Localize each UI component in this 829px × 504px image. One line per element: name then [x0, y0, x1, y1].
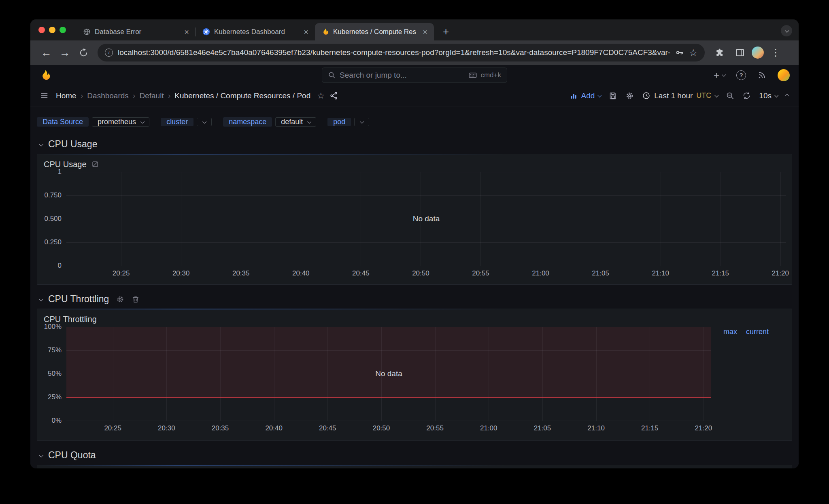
legend-item-current[interactable]: current — [746, 328, 769, 336]
plot-area[interactable]: No data — [66, 172, 786, 266]
back-button[interactable]: ← — [38, 44, 55, 61]
gridline-horizontal — [66, 266, 786, 266]
shortcut-hint: cmd+k — [468, 71, 501, 80]
x-tick-label: 21:20 — [772, 269, 789, 277]
variable-datasource: Data Source prometheus — [37, 117, 149, 127]
y-tick-label: 0.750 — [44, 191, 62, 199]
grafana-profile-avatar[interactable] — [778, 69, 790, 81]
zoom-out-icon[interactable] — [726, 91, 734, 100]
breadcrumb-separator: › — [168, 91, 171, 100]
close-window-button[interactable] — [38, 27, 45, 33]
namespace-dropdown[interactable]: default — [275, 117, 316, 127]
extensions-button[interactable] — [711, 44, 728, 61]
reload-button[interactable] — [75, 44, 92, 61]
browser-toolbar: ← → i localhost:3000/d/6581e46e4e5c7ba40… — [30, 40, 799, 65]
chevron-down-icon — [774, 93, 778, 97]
side-panel-icon — [735, 48, 745, 57]
x-tick-label: 20:50 — [412, 269, 429, 277]
tab-search-button[interactable] — [781, 25, 792, 36]
breadcrumb-home[interactable]: Home — [56, 91, 77, 100]
plot-area[interactable]: No data — [66, 327, 711, 421]
shortcut-text: cmd+k — [480, 71, 501, 79]
no-data-text: No data — [66, 172, 786, 266]
address-bar[interactable]: i localhost:3000/d/6581e46e4e5c7ba40a076… — [98, 44, 705, 61]
dashboard-header: Home › Dashboards › Default › Kubernetes… — [30, 85, 799, 106]
row-delete-trash-icon[interactable] — [132, 295, 140, 303]
tab-close-icon[interactable]: × — [182, 28, 191, 36]
menu-toggle-button[interactable] — [40, 91, 49, 100]
collapse-header-chevron-up-icon[interactable] — [785, 94, 789, 98]
cluster-dropdown[interactable] — [197, 118, 212, 126]
kubernetes-favicon-icon — [202, 28, 210, 36]
tab-close-icon[interactable]: × — [301, 28, 311, 36]
panel-header[interactable]: CPU Usage — [37, 154, 792, 172]
password-key-icon[interactable] — [675, 48, 684, 57]
row-title: CPU Usage — [48, 139, 97, 150]
panel-loading-glow — [37, 154, 505, 155]
variable-label: namespace — [223, 117, 272, 127]
tab-kubernetes-dashboard[interactable]: Kubernetes Dashboard × — [196, 23, 315, 40]
breadcrumb-default[interactable]: Default — [139, 91, 164, 100]
tab-database-error[interactable]: Database Error × — [77, 23, 196, 40]
search-box[interactable]: Search or jump to... cmd+k — [322, 68, 507, 83]
row-cpu-throttling[interactable]: CPU Throttling — [39, 294, 792, 305]
bookmark-star-icon[interactable]: ☆ — [689, 48, 697, 57]
share-icon[interactable] — [329, 91, 338, 100]
x-tick-label: 20:55 — [426, 424, 444, 432]
search-placeholder: Search or jump to... — [340, 71, 464, 80]
row-settings-gear-icon[interactable] — [116, 295, 124, 303]
tab-close-icon[interactable]: × — [420, 28, 430, 36]
refresh-icon[interactable] — [742, 91, 751, 100]
refresh-interval-dropdown[interactable]: 10s — [759, 91, 778, 100]
tab-title: Kubernetes Dashboard — [214, 28, 297, 36]
row-cpu-quota[interactable]: CPU Quota — [39, 450, 792, 461]
dashboard-settings-gear-icon[interactable] — [625, 91, 634, 100]
legend-item-max[interactable]: max — [723, 328, 737, 336]
favorite-star-icon[interactable]: ☆ — [317, 91, 325, 101]
breadcrumb-separator: › — [133, 91, 136, 100]
x-tick-label: 20:35 — [232, 269, 250, 277]
datasource-dropdown[interactable]: prometheus — [92, 117, 149, 127]
site-info-icon[interactable]: i — [105, 49, 113, 57]
row-cpu-usage[interactable]: CPU Usage — [39, 139, 792, 150]
save-dashboard-icon[interactable] — [609, 91, 617, 100]
grafana-logo-icon[interactable] — [39, 69, 51, 81]
pod-dropdown[interactable] — [354, 118, 369, 126]
x-tick-label: 21:20 — [695, 424, 712, 432]
panel-loading-glow — [37, 309, 505, 309]
row-title: CPU Quota — [48, 450, 96, 461]
help-icon[interactable]: ? — [736, 70, 746, 80]
x-tick-label: 20:40 — [292, 269, 310, 277]
panel-header[interactable]: CPU Throttling — [37, 309, 792, 327]
cpu-throttling-chart: 100%75%50%25%0% No data 20:2520:3020:352… — [40, 327, 786, 435]
x-tick-label: 20:40 — [265, 424, 283, 432]
variable-label: pod — [327, 118, 351, 126]
new-menu-button[interactable]: + — [714, 70, 725, 81]
chevron-down-icon — [722, 73, 726, 77]
chevron-down-icon — [598, 93, 602, 97]
y-tick-label: 25% — [48, 393, 62, 401]
maximize-window-button[interactable] — [60, 27, 66, 33]
browser-profile-avatar[interactable] — [752, 47, 764, 59]
puzzle-icon — [715, 48, 725, 57]
tab-grafana-active[interactable]: Kubernetes / Compute Resou × — [315, 23, 434, 40]
side-panel-button[interactable] — [731, 44, 748, 61]
add-panel-button[interactable]: Add — [570, 91, 601, 100]
browser-menu-button[interactable]: ⋮ — [767, 44, 784, 61]
refresh-interval-label: 10s — [759, 91, 772, 100]
breadcrumb-dashboards[interactable]: Dashboards — [87, 91, 128, 100]
cpu-usage-chart: 10.7500.5000.2500 No data 20:2520:3020:3… — [40, 172, 786, 280]
x-tick-label: 20:55 — [472, 269, 489, 277]
breadcrumb-separator: › — [81, 91, 83, 100]
new-tab-button[interactable]: + — [440, 23, 452, 40]
forward-button[interactable]: → — [56, 44, 73, 61]
reload-icon — [79, 48, 88, 57]
time-range-picker[interactable]: Last 1 hour UTC — [642, 91, 718, 100]
minimize-window-button[interactable] — [49, 27, 55, 33]
tab-title: Database Error — [95, 28, 178, 36]
clock-icon — [642, 91, 650, 100]
panel-cpu-usage: CPU Usage 10.7500.5000.2500 No data 20:2… — [37, 154, 792, 285]
x-tick-label: 21:05 — [534, 424, 551, 432]
desktop: Database Error × Kubernetes Dashboard × … — [0, 0, 829, 504]
news-rss-icon[interactable] — [757, 71, 766, 80]
